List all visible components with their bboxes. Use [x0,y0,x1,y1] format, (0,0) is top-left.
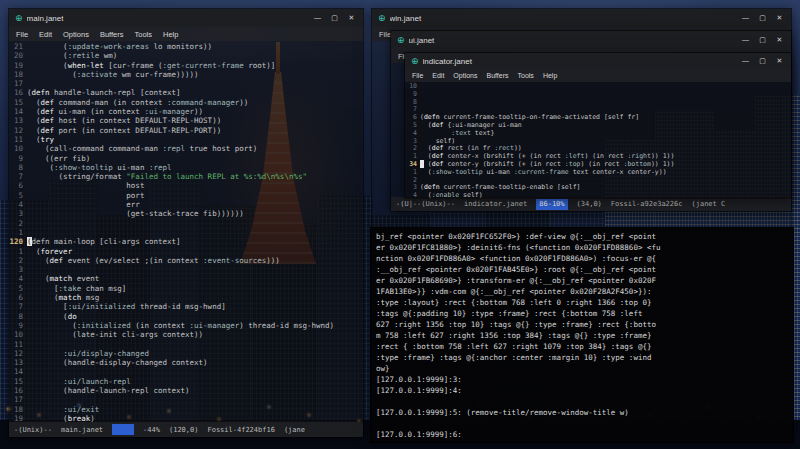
line-number: 14 [9,367,27,376]
code-editor[interactable]: 21 (:update-work-areas lo monitors))20 (… [9,41,363,424]
menu-item[interactable]: Edit [39,30,52,39]
code-row: 11 [9,340,363,349]
code-row: 6 (match msg [9,293,363,302]
line-number: 5 [9,284,27,293]
window-title: indicator.janet [423,57,737,66]
minimize-button[interactable]: — [737,53,754,69]
status-progress-badge: 86-10% [536,199,567,210]
terminal-line: :type :frame} :tags @{:anchor :center :m… [376,352,788,363]
line-number: 6 [9,181,27,190]
code-row: 12 :ui/display-changed [9,349,363,358]
status-mode: -(U|--(Unix)-- [396,200,455,208]
close-button[interactable]: ✕ [771,32,788,48]
code-row: 9 [405,91,791,99]
code-row: 13 (handle-display-changed context) [9,358,363,367]
editor-window-indicator: ⊕ indicator.janet — ▢ ✕ FileEditOptionsB… [404,52,792,198]
menu-item[interactable]: Tools [518,72,534,79]
code-row: 8 [405,99,791,107]
code-row: 15 (def command-man (in context :command… [9,98,363,107]
code-row: 16(defn handle-launch-repl [context] [9,88,363,97]
line-number: 10 [9,330,27,339]
menu-item[interactable]: Tools [135,30,153,39]
line-number: 5 [9,191,27,200]
status-bar: -(U|--(Unix)-- indicator.janet 86-10% (3… [391,197,791,211]
titlebar[interactable]: ⊕ ui.janet — ▢ ✕ [391,31,791,49]
status-vcs: Fossil-a92e3a226c [611,200,683,208]
maximize-button[interactable]: ▢ [754,53,771,69]
titlebar[interactable]: ⊕ indicator.janet — ▢ ✕ [405,53,791,69]
terminal-line: :tags @{:padding 10} :type :frame} :rect… [376,308,788,319]
status-filename: main.janet [61,426,103,434]
code-row: 17 [9,395,363,404]
close-button[interactable]: ✕ [771,53,788,69]
menu-item[interactable]: File [16,30,28,39]
titlebar[interactable]: ⊕ win.janet — ▢ ✕ [372,9,791,27]
code-line: (try [27,135,54,144]
code-line: (def host (in context DEFAULT-REPL-HOST)… [27,116,221,125]
menu-item[interactable]: Buffers [486,72,508,79]
terminal-line: [127.0.0.1:9999]:3: [376,374,788,385]
code-row: 3 [9,265,363,274]
code-row: 4 (match event [9,274,363,283]
app-icon: ⊕ [378,13,386,23]
repl-terminal[interactable]: bj_ref <pointer 0x020F1FC652F0>} :def-vi… [370,227,794,443]
code-row: 18 :ui/exit [9,405,363,414]
maximize-button[interactable]: ▢ [754,32,771,48]
minimize-button[interactable]: — [737,32,754,48]
code-editor[interactable]: 109876(defn current-frame-tooltip-on-fra… [405,82,791,199]
line-number: 3 [9,209,27,218]
code-line: err [27,200,140,209]
code-row: 19 (when-let [cur-frame (:get-current-fr… [9,61,363,70]
terminal-line: nction 0x020F1FD886A0> <function 0x020F1… [376,253,788,264]
titlebar[interactable]: ⊕ main.janet — ▢ ✕ [9,9,363,27]
code-row: 1 [9,228,363,237]
minimize-button[interactable]: — [309,10,326,26]
terminal-line: er 0x020F1FB68690>} :transform-er @{:__o… [376,275,788,286]
code-row: 5 [:take chan msg] [9,284,363,293]
code-line: port [27,191,144,200]
code-row: 18 (:activate wm cur-frame))))) [9,70,363,79]
line-number: 18 [9,70,27,79]
status-tail: (jane [284,426,305,434]
menu-item[interactable]: Help [543,72,557,79]
code-line: (handle-display-changed context) [27,358,208,367]
terminal-line: [127.0.0.1:9999]:6: [376,429,788,440]
close-button[interactable]: ✕ [343,10,360,26]
menu-item[interactable]: Options [453,72,477,79]
code-line: :ui/exit [27,405,99,414]
menu-item[interactable]: Options [63,30,89,39]
code-row: 9 (:initialized (in context :ui-manager)… [9,321,363,330]
window-title: win.janet [390,14,737,23]
line-number: 8 [9,163,27,172]
code-row: 14 [9,367,363,376]
code-row: 10 (call-command command-man :repl true … [9,144,363,153]
terminal-line: 1FAB13E0>}} :vdm-com @{:__obj_ref <point… [376,286,788,297]
maximize-button[interactable]: ▢ [754,10,771,26]
code-line: (:update-work-areas lo monitors)) [27,42,212,51]
menu-item[interactable]: Buffers [100,30,124,39]
code-row: 1 (forever [9,247,363,256]
code-row: 21 (:update-work-areas lo monitors)) [9,42,363,51]
line-number: 4 [9,274,27,283]
menu-item[interactable]: Edit [432,72,444,79]
line-number: 1 [9,247,27,256]
status-filename: indicator.janet [464,200,527,208]
menu-item[interactable]: File [412,72,423,79]
maximize-button[interactable]: ▢ [326,10,343,26]
line-number: 12 [9,349,27,358]
line-number: 13 [9,116,27,125]
code-line: (call-command command-man :repl true hos… [27,144,257,153]
code-row: 4 (:enable self) [405,192,791,199]
line-number: 9 [9,154,27,163]
code-line: [:take chan msg] [27,284,126,293]
line-number: 1 [9,228,27,237]
code-line: [:ui/initialized thread-id msg-hwnd] [27,302,226,311]
code-line: host [27,181,144,190]
terminal-line: er 0x020F1FC81880>} :deinit6-fns (<funct… [376,242,788,253]
minimize-button[interactable]: — [737,10,754,26]
menu-item[interactable]: Help [163,30,178,39]
status-cursor-pos: (34,0) [577,200,602,208]
code-row: 3 (get-stack-trace fib)))))) [9,209,363,218]
code-line: (:show-tooltip ui-man :current-frame tex… [420,169,667,177]
close-button[interactable]: ✕ [771,10,788,26]
